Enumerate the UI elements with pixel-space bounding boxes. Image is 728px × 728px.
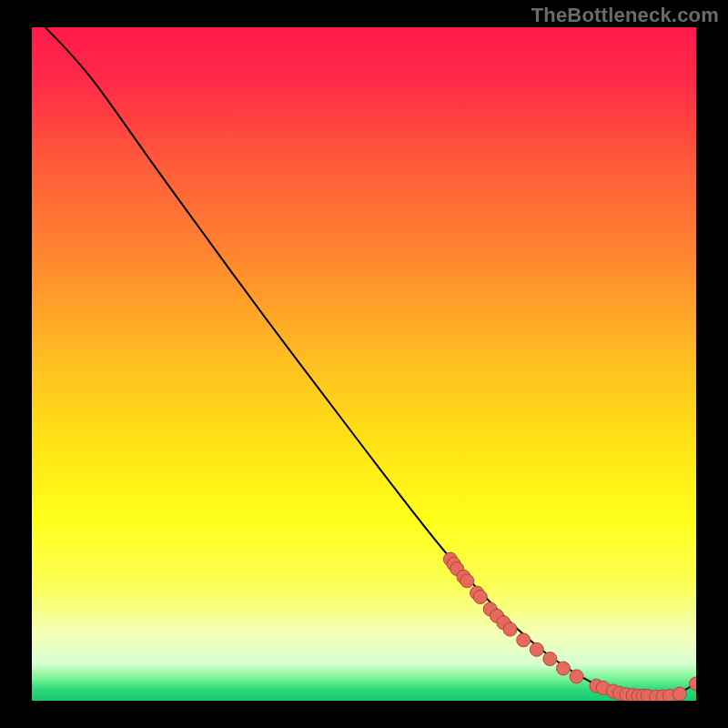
gradient-background — [32, 27, 696, 701]
data-point — [530, 642, 543, 656]
chart-frame: TheBottleneck.com — [0, 0, 728, 728]
data-point — [517, 633, 531, 647]
data-point — [460, 574, 474, 588]
plot-area — [32, 27, 696, 701]
data-point — [557, 662, 571, 675]
data-point — [503, 622, 517, 636]
data-point — [672, 687, 686, 701]
chart-svg — [32, 27, 696, 701]
watermark-text: TheBottleneck.com — [531, 4, 719, 27]
data-point — [543, 652, 557, 666]
data-point — [570, 670, 583, 683]
data-point — [473, 591, 487, 604]
